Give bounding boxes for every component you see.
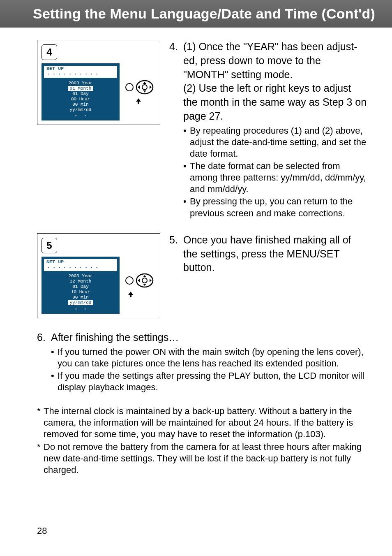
dpad-icon [122,77,155,97]
step-6-bullets: •If you turned the power ON with the mai… [51,346,367,394]
step-4-text: 4. (1) Once the "YEAR" has been adjust­e… [164,40,367,221]
lcd-screen-4: SET UP ・・・・・・・・・・ 2003 Year 01 Month 01 … [42,63,120,120]
step-4-b2: The date format can be selected from amo… [190,160,367,195]
lcd-month: 01 Month [42,86,120,91]
figure-4-box: 4 SET UP ・・・・・・・・・・ 2003 Year 01 Month 0… [37,40,160,125]
step-6-block: 6. After finishing the settings… •If you… [0,331,392,476]
page-number: 28 [37,526,47,536]
lcd-day: 01 Day [42,91,120,96]
figure-5-box: 5 SET UP ・・・・・・・・・・ 2003 Year 12 Month 0… [37,233,160,318]
lcd-hour: 10 Hour [42,290,120,295]
figure-5-column: 5 SET UP ・・・・・・・・・・ 2003 Year 12 Month 0… [37,233,164,318]
controls-5 [122,270,155,300]
up-arrow-indicator [122,97,155,107]
content-area: 4 SET UP ・・・・・・・・・・ 2003 Year 01 Month 0… [0,28,392,318]
controls-4 [122,77,155,107]
step-4-bullets: •By repeating procedures (1) and (2) abo… [183,125,367,219]
svg-point-5 [142,278,147,283]
step-5-text: 5. Once you have finished making all of … [164,233,367,318]
step-4-b1: By repeating procedures (1) and (2) abov… [190,125,367,160]
lcd-fmt: yy/mm/dd [42,107,120,112]
step-6-b1: If you turned the power ON with the main… [58,346,367,369]
step-4-b3: By pressing the up, you can return to th… [190,196,367,219]
svg-point-2 [142,85,147,90]
lcd-min: 00 Min [42,295,120,300]
step-4-p1: (1) Once the "YEAR" has been adjust­ed, … [183,41,357,80]
setup-tab: SET UP ・・・・・・・・・・ [44,66,117,78]
lcd-min: 00 Min [42,102,120,107]
step-6-number: 6. [37,331,51,394]
step-number-badge: 4 [42,44,57,60]
lcd-arrows: ◂ ▸ [42,113,120,118]
step-4-number: 4. [169,40,183,220]
step-6-b2: If you made the settings after pressing … [58,370,367,393]
step-6-title: After finishing the settings… [51,331,179,343]
setup-tab: SET UP ・・・・・・・・・・ [44,259,117,271]
lcd-day: 01 Day [42,284,120,290]
lcd-arrows: ◂ ▸ [42,306,120,311]
footnotes: *The internal clock is maintained by a b… [37,405,367,476]
lcd-year: 2003 Year [42,273,120,279]
dpad-icon [122,270,155,291]
step-4-row: 4 SET UP ・・・・・・・・・・ 2003 Year 01 Month 0… [37,40,367,221]
lcd-hour: 00 Hour [42,96,120,102]
step-5-row: 5 SET UP ・・・・・・・・・・ 2003 Year 12 Month 0… [37,233,367,318]
step-4-p2: (2) Use the left or right keys to adjust… [183,82,367,122]
step-5-number: 5. [169,233,183,275]
note-1: The internal clock is maintained by a ba… [44,405,367,440]
lcd-month: 12 Month [42,279,120,284]
page-header: Setting the Menu Language/Date and Time … [0,0,392,28]
lcd-fmt: yy/mm/dd [42,300,120,306]
page-title: Setting the Menu Language/Date and Time … [33,6,375,21]
svg-point-0 [126,83,133,91]
up-arrow-indicator [127,291,155,300]
note-2: Do not remove the battery from the camer… [44,441,367,476]
figure-4-column: 4 SET UP ・・・・・・・・・・ 2003 Year 01 Month 0… [37,40,164,221]
lcd-year: 2003 Year [42,80,120,86]
step-5-p1: Once you have finished making all of the… [183,233,367,275]
lcd-screen-5: SET UP ・・・・・・・・・・ 2003 Year 12 Month 01 … [42,257,120,314]
svg-point-3 [126,277,133,284]
step-number-badge: 5 [42,238,57,253]
